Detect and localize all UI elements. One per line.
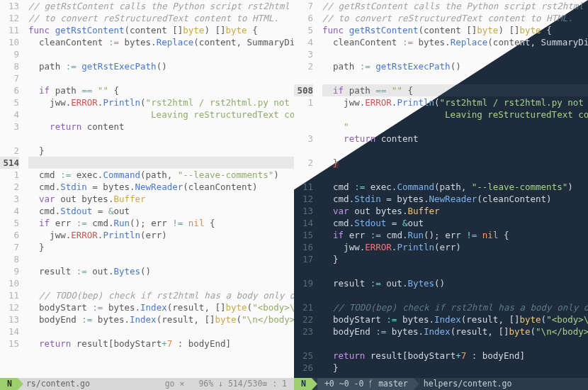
gutter-line: 12 — [0, 301, 19, 313]
gutter-line: 12 — [294, 193, 313, 205]
gutter-line: 6 — [294, 12, 313, 24]
code-line[interactable] — [28, 157, 294, 169]
code-line[interactable]: cmd := exec.Command(path, "--leave-comme… — [322, 181, 588, 193]
gutter-line: 11 — [0, 289, 19, 301]
gutter-line: 6 — [0, 229, 19, 241]
gutter-line: 9 — [0, 265, 19, 277]
code-line[interactable] — [322, 289, 588, 301]
code-line[interactable] — [28, 325, 294, 338]
code-line[interactable]: // to convert reStructuredText content t… — [322, 12, 588, 24]
code-line[interactable] — [322, 145, 588, 157]
gutter-line: 4 — [0, 205, 19, 217]
code-line[interactable]: // TODO(bep) check if rst2html has a bod… — [322, 301, 588, 313]
gutter-line: 10 — [0, 277, 19, 289]
gutter-line: 2 — [0, 181, 19, 193]
gutter-line: 13 — [0, 0, 19, 12]
code-line[interactable] — [28, 48, 294, 60]
status-file-left: rs/content.go — [23, 378, 158, 390]
code-line[interactable]: result := out.Bytes() — [28, 265, 294, 277]
editor-pane-right[interactable]: 76543250813211121314151617192122232526 /… — [294, 0, 588, 379]
code-line[interactable]: // getRstContent calls the Python script… — [322, 0, 588, 12]
code-line[interactable] — [322, 265, 588, 277]
code-line[interactable]: Leaving reStructuredText content u — [28, 108, 294, 121]
gutter-line: 6 — [0, 84, 19, 96]
gutter-line: 2 — [294, 157, 313, 169]
code-line[interactable]: if path == "" { — [28, 84, 294, 96]
code-line[interactable]: } — [322, 253, 588, 265]
gutter-line: 16 — [294, 241, 313, 253]
gutter-line: 14 — [0, 325, 19, 338]
gutter-line: 17 — [294, 253, 313, 265]
editor-pane-left[interactable]: 1312111098765432514123456789101112131415… — [0, 0, 294, 379]
gutter-line: 5 — [294, 24, 313, 36]
code-line[interactable]: // to convert reStructuredText content t… — [28, 12, 294, 24]
code-line[interactable]: bodyStart := bytes.Index(result, []byte(… — [28, 301, 294, 313]
gutter-line: 4 — [0, 108, 19, 121]
gutter-line: 7 — [0, 72, 19, 84]
gutter-line: 5 — [0, 217, 19, 229]
code-line[interactable]: } — [322, 157, 588, 169]
status-position-left: 96% ↓ 514/530≡ : 1 — [191, 378, 294, 390]
code-line[interactable]: var out bytes.Buffer — [322, 205, 588, 217]
code-line[interactable]: if err := cmd.Run(); err != nil { — [28, 217, 294, 229]
gutter-line: 3 — [294, 133, 313, 145]
code-line[interactable] — [28, 133, 294, 145]
gutter-line: 514 — [0, 157, 19, 169]
code-line[interactable] — [322, 338, 588, 350]
code-line[interactable]: bodyEnd := bytes.Index(result, []byte("\… — [322, 325, 588, 338]
code-line[interactable]: bodyEnd := bytes.Index(result, []byte("\… — [28, 313, 294, 325]
gutter-line: 5 — [0, 96, 19, 108]
gutter-line: 3 — [294, 48, 313, 60]
gutter-line: 10 — [0, 36, 19, 48]
code-line[interactable] — [28, 72, 294, 84]
gutter-line: 2 — [294, 60, 313, 72]
gutter-line: 7 — [0, 241, 19, 253]
code-line[interactable]: // TODO(bep) check if rst2html has a bod… — [28, 289, 294, 301]
code-line[interactable]: result := out.Bytes() — [322, 277, 588, 289]
gutter-line — [294, 338, 313, 350]
code-line[interactable]: cmd.Stdout = &out — [322, 217, 588, 229]
code-line[interactable] — [28, 277, 294, 289]
gutter-line: 8 — [0, 253, 19, 265]
mode-indicator-left: N — [0, 378, 23, 390]
code-line[interactable]: cmd.Stdin = bytes.NewReader(cleanContent… — [28, 181, 294, 193]
mode-indicator-right: N — [294, 378, 317, 390]
gutter-line — [294, 145, 313, 157]
code-line[interactable]: return result[bodyStart+7 : bodyEnd] — [322, 350, 588, 362]
code-line[interactable]: return result[bodyStart+7 : bodyEnd] — [28, 338, 294, 350]
code-line[interactable]: func getRstContent(content []byte) []byt… — [28, 24, 294, 36]
code-line[interactable] — [322, 169, 588, 181]
gutter-line: 13 — [0, 313, 19, 325]
gutter-line — [294, 169, 313, 181]
code-line[interactable]: var out bytes.Buffer — [28, 193, 294, 205]
code-line[interactable]: } — [322, 362, 588, 374]
gutter-line: 2 — [0, 145, 19, 157]
gutter-line: 23 — [294, 325, 313, 338]
gutter-line: 19 — [294, 277, 313, 289]
code-line[interactable]: } — [28, 145, 294, 157]
gutter-line: 508 — [294, 84, 313, 96]
code-line[interactable]: jww.ERROR.Println("rst2html / rst2html.p… — [28, 96, 294, 108]
status-filetype-left: go ⨯ — [158, 378, 192, 390]
gutter-line — [294, 108, 313, 121]
gutter-line: 9 — [0, 48, 19, 60]
gutter-line: 3 — [0, 121, 19, 133]
code-line[interactable]: bodyStart := bytes.Index(result, []byte(… — [322, 313, 588, 325]
code-line[interactable]: cmd := exec.Command(path, "--leave-comme… — [28, 169, 294, 181]
gutter-line — [294, 121, 313, 133]
code-line[interactable]: jww.ERROR.Println(err) — [28, 229, 294, 241]
code-line[interactable]: // getRstContent calls the Python script… — [28, 0, 294, 12]
code-line[interactable]: if err := cmd.Run(); err != nil { — [322, 229, 588, 241]
code-line[interactable]: cmd.Stdin = bytes.NewReader(cleanContent… — [322, 193, 588, 205]
code-line[interactable] — [28, 253, 294, 265]
gutter-line: 11 — [0, 24, 19, 36]
code-line[interactable]: return content — [28, 121, 294, 133]
gutter-line: 4 — [294, 36, 313, 48]
code-line[interactable]: jww.ERROR.Println(err) — [322, 241, 588, 253]
code-line[interactable]: cleanContent := bytes.Replace(content, S… — [28, 36, 294, 48]
code-area-left[interactable]: // getRstContent calls the Python script… — [28, 0, 294, 350]
gutter-left: 1312111098765432514123456789101112131415 — [0, 0, 24, 350]
code-line[interactable]: cmd.Stdout = &out — [28, 205, 294, 217]
code-line[interactable]: path := getRstExecPath() — [28, 60, 294, 72]
code-line[interactable]: } — [28, 241, 294, 253]
